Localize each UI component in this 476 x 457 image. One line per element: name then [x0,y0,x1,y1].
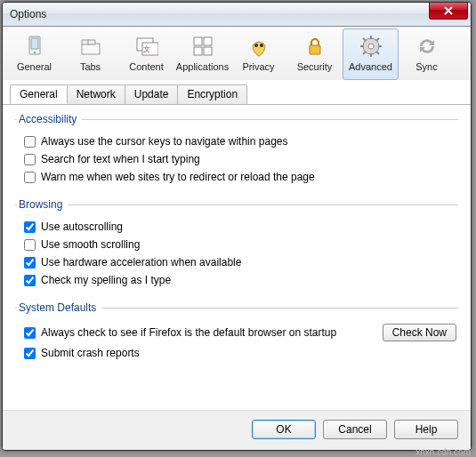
toolbar-applications[interactable]: Applications [174,28,230,80]
lbl-default-browser[interactable]: Always check to see if Firefox is the de… [41,326,336,339]
toolbar-label: Content [129,61,164,72]
help-button[interactable]: Help [394,420,458,439]
tabs-icon [77,33,104,60]
chk-spellcheck[interactable] [24,275,36,286]
defaults-legend: System Defaults [17,301,101,314]
subtab-update[interactable]: Update [125,84,179,104]
svg-point-14 [260,44,263,47]
toolbar-tabs[interactable]: Tabs [62,28,118,80]
svg-rect-10 [204,37,212,45]
svg-line-22 [363,38,366,41]
toolbar-label: Sync [415,61,437,72]
chk-autoscroll[interactable] [24,221,36,233]
category-toolbar: General Tabs 文 Content Applications Priv… [3,27,471,80]
chk-search-typing[interactable] [24,154,36,165]
security-icon [302,33,328,60]
lbl-warn-redirect[interactable]: Warn me when web sites try to redirect o… [41,171,315,183]
subtab-general[interactable]: General [10,84,68,104]
toolbar-privacy[interactable]: Privacy [230,28,286,80]
chk-smooth-scroll[interactable] [24,239,36,251]
lbl-autoscroll[interactable]: Use autoscrolling [41,220,123,233]
chk-cursor-keys[interactable] [24,136,36,148]
toolbar-label: Privacy [242,61,274,72]
svg-rect-5 [88,40,95,44]
svg-rect-11 [194,47,202,55]
toolbar-label: Tabs [80,61,101,72]
privacy-icon [246,33,272,60]
window-title: Options [10,8,46,20]
close-icon [444,6,453,15]
lbl-cursor-keys[interactable]: Always use the cursor keys to navigate w… [41,135,287,148]
toolbar-content[interactable]: 文 Content [118,28,174,80]
svg-rect-3 [82,44,100,54]
lbl-search-typing[interactable]: Search for text when I start typing [41,153,200,165]
toolbar-advanced[interactable]: Advanced [343,28,399,80]
toolbar-sync[interactable]: Sync [399,28,455,80]
check-now-button[interactable]: Check Now [383,324,456,341]
titlebar[interactable]: Options [3,3,471,27]
system-defaults-group: System Defaults Always check to see if F… [15,301,458,365]
svg-line-24 [376,38,379,41]
browsing-legend: Browsing [17,198,68,211]
subtab-network[interactable]: Network [67,84,125,104]
svg-line-23 [376,52,379,54]
toolbar-label: Applications [176,61,229,72]
ok-button[interactable]: OK [252,420,316,439]
svg-text:文: 文 [143,45,150,53]
toolbar-label: Security [297,61,333,72]
lbl-spellcheck[interactable]: Check my spelling as I type [41,274,171,286]
subtab-encryption[interactable]: Encryption [177,84,247,104]
svg-rect-15 [310,45,320,54]
svg-point-2 [34,52,36,53]
svg-rect-12 [204,47,212,55]
lbl-smooth-scroll[interactable]: Use smooth scrolling [41,238,140,251]
svg-point-13 [254,44,258,47]
svg-line-25 [363,52,366,54]
svg-rect-1 [31,38,38,49]
chk-hw-accel[interactable] [24,257,36,269]
options-dialog: Options General Tabs 文 Content Applicati… [2,2,472,451]
toolbar-label: General [17,61,52,72]
general-icon [21,33,48,60]
chk-crash-reports[interactable] [24,348,36,359]
svg-point-17 [368,44,374,49]
subtab-bar: General Network Update Encryption [3,81,471,105]
browsing-group: Browsing Use autoscrolling Use smooth sc… [15,198,458,293]
content-icon: 文 [133,33,160,60]
accessibility-legend: Accessibility [17,113,82,125]
close-button[interactable] [429,2,468,20]
dialog-button-bar: OK Cancel Help [3,410,471,450]
accessibility-group: Accessibility Always use the cursor keys… [15,113,458,189]
chk-warn-redirect[interactable] [24,172,36,183]
advanced-icon [358,33,384,60]
sync-icon [414,33,440,60]
cancel-button[interactable]: Cancel [323,420,387,439]
applications-icon [190,33,216,60]
toolbar-general[interactable]: General [6,28,62,80]
lbl-crash-reports[interactable]: Submit crash reports [41,347,140,359]
svg-rect-9 [194,37,202,45]
toolbar-label: Advanced [349,61,392,72]
toolbar-security[interactable]: Security [286,28,343,80]
chk-default-browser[interactable] [24,327,36,339]
content-panel: Accessibility Always use the cursor keys… [3,104,471,410]
lbl-hw-accel[interactable]: Use hardware acceleration when available [41,256,241,269]
